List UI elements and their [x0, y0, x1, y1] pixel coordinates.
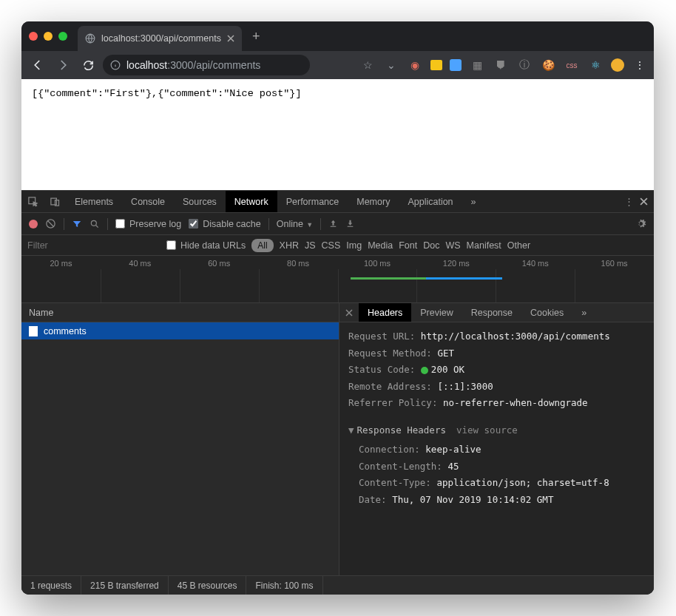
filter-type-js[interactable]: JS — [305, 240, 316, 251]
request-name: comments — [44, 326, 87, 336]
throttle-select[interactable]: Online ▼ — [277, 219, 314, 229]
request-list: Name comments — [21, 303, 339, 575]
browser-tab[interactable]: localhost:3000/api/comments — [78, 26, 242, 51]
details-tab-preview[interactable]: Preview — [411, 303, 462, 322]
devtools-tab-application[interactable]: Application — [399, 191, 462, 212]
timeline-tick: 160 ms — [575, 259, 654, 268]
filter-type-css[interactable]: CSS — [322, 240, 341, 251]
inspect-element-button[interactable] — [21, 191, 44, 212]
preserve-log-label: Preserve log — [129, 219, 181, 229]
extension-gray-icon[interactable]: ▦ — [469, 57, 485, 73]
upload-har-button[interactable] — [328, 219, 338, 229]
network-controls: Preserve log Disable cache Online ▼ — [21, 213, 654, 235]
header-value: no-referrer-when-downgrade — [443, 397, 588, 408]
devtools-tab-network[interactable]: Network — [226, 191, 277, 212]
view-source-link[interactable]: view source — [456, 424, 518, 436]
details-tab-cookies[interactable]: Cookies — [521, 303, 572, 322]
extension-info-icon[interactable]: ⓘ — [516, 57, 533, 73]
filter-input[interactable] — [27, 240, 160, 251]
details-tab-response[interactable]: Response — [462, 303, 521, 322]
browser-toolbar: localhost:3000/api/comments ☆ ⌄ ◉ ▦ ⛊ ⓘ … — [21, 51, 654, 79]
header-key: Connection: — [359, 444, 420, 455]
filter-type-manifest[interactable]: Manifest — [467, 240, 501, 251]
reload-button[interactable] — [78, 55, 98, 75]
timeline-tick: 60 ms — [180, 259, 259, 268]
request-list-header[interactable]: Name — [21, 303, 339, 322]
details-tab-headers[interactable]: Headers — [359, 303, 411, 322]
clear-button[interactable] — [45, 218, 56, 229]
devtools-tabs-overflow[interactable]: » — [462, 191, 485, 212]
request-row[interactable]: comments — [21, 322, 339, 339]
timeline-tick: 120 ms — [416, 259, 496, 268]
timeline-tick: 20 ms — [21, 259, 101, 268]
devtools-menu-button[interactable]: ⋮ — [624, 196, 634, 207]
shield-icon[interactable]: ◉ — [407, 57, 423, 73]
device-toolbar-button[interactable] — [44, 191, 66, 212]
browser-window: localhost:3000/api/comments + localhost:… — [21, 21, 654, 595]
extension-ublock-icon[interactable]: ⛊ — [493, 57, 509, 73]
back-button[interactable] — [27, 55, 48, 75]
network-settings-button[interactable] — [635, 218, 646, 229]
filter-type-font[interactable]: Font — [399, 240, 417, 251]
filter-type-doc[interactable]: Doc — [423, 240, 439, 251]
headers-panel[interactable]: Request URL: http://localhost:3000/api/c… — [339, 322, 654, 575]
document-icon — [29, 326, 38, 336]
pocket-icon[interactable]: ⌄ — [383, 57, 399, 73]
header-value: 45 — [447, 461, 459, 472]
download-har-button[interactable] — [345, 219, 355, 229]
filter-type-other[interactable]: Other — [507, 240, 530, 251]
devtools-tab-console[interactable]: Console — [122, 191, 174, 212]
search-button[interactable] — [89, 219, 100, 229]
filter-toggle-button[interactable] — [72, 219, 82, 229]
network-timeline[interactable]: 20 ms 40 ms 60 ms 80 ms 100 ms 120 ms 14… — [21, 256, 654, 303]
page-content[interactable]: [{"comment":"First"},{"comment":"Nice po… — [21, 79, 654, 190]
header-value: 200 OK — [431, 364, 464, 375]
header-value: [::1]:3000 — [437, 381, 493, 392]
status-dot-icon — [421, 367, 428, 374]
filter-type-media[interactable]: Media — [368, 240, 393, 251]
filter-type-img[interactable]: Img — [346, 240, 362, 251]
filter-type-ws[interactable]: WS — [445, 240, 460, 251]
window-close-button[interactable] — [29, 32, 38, 41]
extension-cookie-icon[interactable]: 🍪 — [540, 57, 556, 73]
network-status-bar: 1 requests 215 B transferred 45 B resour… — [21, 575, 654, 595]
extension-ghost-icon[interactable] — [450, 59, 462, 71]
window-maximize-button[interactable] — [58, 32, 67, 41]
devtools-tab-memory[interactable]: Memory — [348, 191, 399, 212]
filter-type-all[interactable]: All — [251, 239, 273, 252]
extension-avatar-icon[interactable] — [611, 58, 624, 72]
status-transferred: 215 B transferred — [81, 576, 169, 595]
header-value: http://localhost:3000/api/comments — [421, 331, 610, 342]
filter-type-xhr[interactable]: XHR — [280, 240, 299, 251]
details-tabs-overflow[interactable]: » — [572, 303, 595, 322]
preserve-log-checkbox[interactable]: Preserve log — [115, 219, 181, 229]
header-key: Content-Length: — [359, 461, 442, 472]
forward-button[interactable] — [53, 55, 73, 75]
request-details: Headers Preview Response Cookies » Reque… — [339, 303, 654, 575]
address-bar[interactable]: localhost:3000/api/comments — [103, 55, 310, 75]
devtools-tab-elements[interactable]: Elements — [66, 191, 122, 212]
header-value: GET — [437, 348, 454, 359]
extension-yellow-icon[interactable] — [430, 60, 442, 70]
svg-point-6 — [91, 220, 96, 226]
disable-cache-checkbox[interactable]: Disable cache — [189, 219, 261, 229]
header-key: Request URL: — [348, 331, 415, 342]
window-minimize-button[interactable] — [44, 32, 53, 41]
devtools-tab-sources[interactable]: Sources — [174, 191, 226, 212]
new-tab-button[interactable]: + — [252, 29, 260, 44]
react-devtools-icon[interactable]: ⚛ — [587, 57, 604, 73]
site-info-icon[interactable] — [110, 60, 121, 70]
window-controls — [29, 32, 67, 41]
extension-css-icon[interactable]: css — [564, 57, 580, 73]
devtools-close-button[interactable] — [640, 197, 648, 206]
hide-data-urls-checkbox[interactable]: Hide data URLs — [166, 240, 246, 251]
details-close-button[interactable] — [339, 303, 359, 322]
browser-menu-button[interactable]: ⋮ — [632, 57, 648, 73]
response-headers-section[interactable]: ▼Response Headersview source — [348, 422, 645, 439]
tab-close-button[interactable] — [227, 35, 234, 42]
bookmark-star-icon[interactable]: ☆ — [359, 57, 376, 73]
record-button[interactable] — [29, 220, 38, 229]
svg-rect-7 — [331, 226, 337, 227]
devtools-tab-performance[interactable]: Performance — [277, 191, 348, 212]
disable-cache-label: Disable cache — [203, 219, 261, 229]
